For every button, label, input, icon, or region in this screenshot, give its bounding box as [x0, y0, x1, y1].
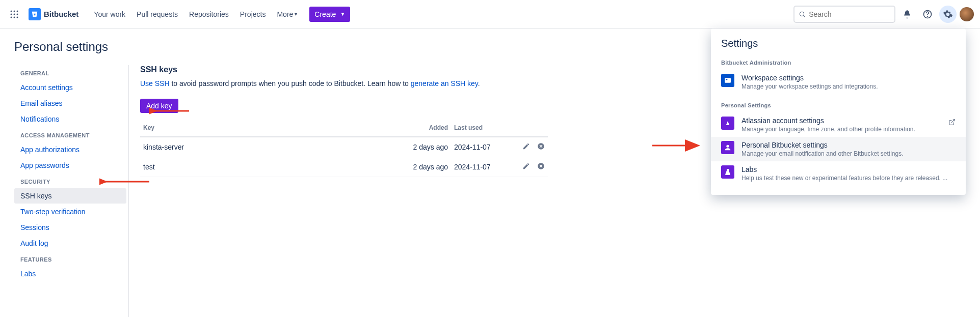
svg-line-17 — [951, 120, 955, 123]
settings-item-atlassian-account-settings[interactable]: Atlassian account settingsManage your la… — [711, 112, 966, 137]
panel-item-desc: Manage your language, time zone, and oth… — [741, 126, 941, 133]
brand-name: Bitbucket — [44, 10, 78, 18]
nav-link-repositories[interactable]: Repositories — [184, 6, 234, 22]
create-button-label: Create — [314, 10, 336, 18]
svg-rect-15 — [725, 78, 731, 82]
key-name: test — [140, 157, 395, 177]
nav-link-your-work[interactable]: Your work — [89, 6, 130, 22]
key-last-used: 2024-11-07 — [451, 157, 507, 177]
svg-point-1 — [14, 10, 15, 12]
person-icon — [721, 141, 734, 154]
nav-links: Your workPull requestsRepositoriesProjec… — [89, 6, 302, 22]
settings-icon[interactable] — [939, 6, 957, 23]
app-switcher-icon[interactable] — [6, 6, 22, 22]
search-box[interactable] — [793, 6, 895, 23]
use-ssh-link[interactable]: Use SSH — [140, 79, 170, 88]
svg-point-0 — [11, 10, 12, 12]
col-header-key: Key — [140, 119, 395, 137]
sidebar-item-notifications[interactable]: Notifications — [14, 111, 126, 127]
search-icon — [799, 10, 806, 18]
svg-point-8 — [17, 16, 18, 18]
page: Personal settings GENERALAccount setting… — [0, 28, 980, 317]
settings-panel-title: Settings — [711, 38, 966, 56]
col-header-actions — [507, 119, 548, 137]
svg-point-4 — [14, 13, 15, 15]
col-header-lastused: Last used — [451, 119, 507, 137]
panel-item-title: Atlassian account settings — [741, 117, 941, 125]
search-input[interactable] — [809, 10, 890, 18]
key-last-used: 2024-11-07 — [451, 137, 507, 157]
nav-link-projects[interactable]: Projects — [235, 6, 271, 22]
svg-point-6 — [11, 16, 12, 18]
panel-section-header: Bitbucket Administration — [711, 56, 966, 70]
nav-link-more[interactable]: More ▾ — [272, 6, 302, 22]
topnav-left: Bitbucket Your workPull requestsReposito… — [6, 6, 350, 22]
panel-item-title: Workspace settings — [741, 74, 956, 82]
delete-icon[interactable] — [537, 142, 545, 152]
add-key-button[interactable]: Add key — [140, 99, 178, 113]
nav-link-pull-requests[interactable]: Pull requests — [131, 6, 183, 22]
col-header-added: Added — [395, 119, 451, 137]
topnav-right — [793, 6, 974, 23]
sidebar-item-two-step-verification[interactable]: Two-step verification — [14, 204, 126, 219]
chevron-down-icon: ▾ — [295, 11, 297, 17]
sidebar-item-email-aliases[interactable]: Email aliases — [14, 96, 126, 111]
sidebar: GENERALAccount settingsEmail aliasesNoti… — [14, 65, 129, 317]
svg-point-7 — [14, 16, 15, 18]
panel-section-header: Personal Settings — [711, 99, 966, 112]
ssh-keys-table: Key Added Last used kinsta-server2 days … — [140, 119, 548, 177]
atlassian-icon — [721, 117, 734, 130]
sidebar-item-app-passwords[interactable]: App passwords — [14, 158, 126, 173]
svg-point-2 — [17, 10, 18, 12]
sidebar-item-account-settings[interactable]: Account settings — [14, 80, 126, 95]
delete-icon[interactable] — [537, 162, 545, 171]
key-name: kinsta-server — [140, 137, 395, 157]
settings-item-workspace-settings[interactable]: Workspace settingsManage your workspace … — [711, 70, 966, 94]
panel-item-desc: Manage your workspace settings and integ… — [741, 83, 956, 90]
top-navigation: Bitbucket Your workPull requestsReposito… — [0, 0, 980, 28]
sidebar-section-header: ACCESS MANAGEMENT — [14, 127, 126, 141]
notifications-icon[interactable] — [898, 6, 916, 23]
svg-rect-16 — [726, 79, 727, 80]
sidebar-section-header: FEATURES — [14, 251, 126, 266]
help-icon[interactable] — [919, 6, 936, 23]
bitbucket-logo-icon — [29, 8, 41, 20]
table-row: kinsta-server2 days ago2024-11-07 — [140, 137, 548, 157]
settings-item-labs[interactable]: LabsHelp us test these new or experiment… — [711, 161, 966, 186]
external-link-icon — [948, 119, 956, 127]
sidebar-item-labs[interactable]: Labs — [14, 266, 126, 281]
svg-point-18 — [726, 145, 729, 148]
sidebar-section-header: SECURITY — [14, 174, 126, 188]
panel-item-desc: Help us test these new or experimental f… — [741, 175, 956, 182]
settings-item-personal-bitbucket-settings[interactable]: Personal Bitbucket settingsManage your e… — [711, 137, 966, 161]
panel-item-title: Labs — [741, 165, 956, 174]
table-row: test2 days ago2024-11-07 — [140, 157, 548, 177]
create-button[interactable]: Create ▼ — [309, 7, 350, 22]
panel-item-title: Personal Bitbucket settings — [741, 141, 956, 149]
panel-item-desc: Manage your email notification and other… — [741, 150, 956, 157]
sidebar-item-app-authorizations[interactable]: App authorizations — [14, 142, 126, 157]
key-added: 2 days ago — [395, 157, 451, 177]
svg-point-3 — [11, 13, 12, 15]
svg-point-9 — [800, 12, 804, 16]
generate-ssh-key-link[interactable]: generate an SSH key — [411, 79, 478, 88]
settings-dropdown-panel: Settings Bitbucket AdministrationWorkspa… — [711, 28, 966, 195]
key-added: 2 days ago — [395, 137, 451, 157]
sidebar-item-ssh-keys[interactable]: SSH keys — [14, 188, 126, 204]
sidebar-item-audit-log[interactable]: Audit log — [14, 236, 126, 251]
chevron-down-icon: ▼ — [340, 11, 345, 17]
workspace-icon — [721, 74, 734, 87]
avatar[interactable] — [960, 7, 974, 21]
labs-icon — [721, 165, 734, 179]
sidebar-section-header: GENERAL — [14, 65, 126, 79]
sidebar-item-sessions[interactable]: Sessions — [14, 220, 126, 235]
svg-point-5 — [17, 13, 18, 15]
edit-icon[interactable] — [522, 162, 530, 171]
brand[interactable]: Bitbucket — [29, 8, 78, 20]
edit-icon[interactable] — [522, 142, 530, 152]
svg-line-10 — [803, 15, 805, 17]
svg-point-12 — [928, 16, 928, 16]
